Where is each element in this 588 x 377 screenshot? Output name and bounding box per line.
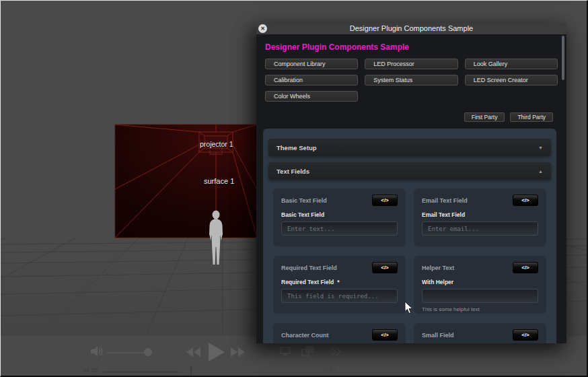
code-view-button[interactable]: </> (372, 195, 398, 206)
code-view-button[interactable]: </> (372, 262, 398, 273)
nav-button-calibration[interactable]: Calibration (265, 75, 358, 85)
duplicate-window-icon[interactable] (301, 346, 314, 356)
accordion-label: Text Fields (277, 168, 309, 175)
expand-chevrons-icon[interactable] (330, 347, 342, 356)
scrollbar-thumb[interactable] (562, 36, 564, 80)
nav-button-grid: Component Library LED Processor Look Gal… (265, 59, 558, 102)
card-title: Helper Text (422, 265, 454, 271)
code-view-button[interactable]: </> (513, 262, 538, 273)
app-window: projector 1 surface 1 (0, 0, 588, 377)
card-small-field: Small Field </> (414, 323, 546, 343)
first-party-button[interactable]: First Party (464, 112, 505, 122)
fast-forward-button[interactable] (231, 347, 246, 357)
email-text-input[interactable] (422, 221, 538, 236)
accordion-label: Theme Setup (277, 144, 317, 151)
surface-label: surface 1 (204, 177, 234, 185)
volume-slider[interactable] (106, 352, 145, 353)
field-label: Required Text Field* (281, 279, 398, 285)
projector-frustum-wireframe (108, 122, 260, 240)
timeline-playhead[interactable] (190, 366, 192, 375)
plugin-heading: Designer Plugin Components Sample (265, 42, 558, 52)
play-button[interactable] (209, 343, 225, 362)
nav-button-look-gallery[interactable]: Look Gallery (465, 59, 558, 69)
card-helper-text: Helper Text </> With Helper This is some… (414, 256, 546, 314)
dialog-titlebar[interactable]: ✕ Designer Plugin Components Sample (256, 23, 566, 34)
basic-text-input[interactable] (281, 221, 398, 236)
volume-icon[interactable] (91, 346, 104, 357)
third-party-button[interactable]: Third Party (510, 112, 553, 122)
code-view-button[interactable]: </> (372, 329, 398, 341)
accordion-text-fields[interactable]: Text Fields ▲ (268, 162, 551, 180)
card-title: Small Field (422, 332, 454, 339)
volume-knob[interactable] (144, 348, 152, 356)
rewind-button[interactable] (186, 347, 201, 357)
display-output-icon[interactable] (280, 347, 291, 356)
nav-button-color-wheels[interactable]: Color Wheels (265, 91, 358, 102)
dialog-title: Designer Plugin Components Sample (256, 24, 566, 32)
card-basic-text-field: Basic Text Field </> Basic Text Field (273, 188, 406, 246)
cue-time: 18:52 (322, 367, 337, 374)
plugin-dialog: ✕ Designer Plugin Components Sample Desi… (256, 23, 566, 343)
card-required-text-field: Required Text Field </> Required Text Fi… (273, 256, 406, 314)
chevron-down-icon: ▼ (538, 145, 543, 150)
elapsed-time: 04:02 (83, 367, 98, 374)
helper-text: This is some helpful text (422, 306, 538, 312)
code-view-button[interactable]: </> (513, 195, 538, 206)
party-filter-row: First Party Third Party (265, 112, 558, 122)
card-title: Required Text Field (281, 265, 337, 271)
field-label: With Helper (422, 279, 538, 285)
chevron-up-icon: ▲ (538, 169, 543, 174)
field-label: Email Text Field (422, 211, 538, 218)
required-text-input[interactable] (281, 289, 398, 303)
card-title: Email Text Field (422, 197, 468, 204)
projector-label: projector 1 (200, 140, 233, 148)
nav-button-system-status[interactable]: System Status (365, 75, 457, 85)
card-character-count: Character Count </> (273, 323, 406, 343)
nav-button-component-library[interactable]: Component Library (265, 59, 358, 69)
human-figure (205, 210, 227, 265)
required-asterisk: * (337, 279, 339, 285)
card-title: Character Count (281, 332, 329, 339)
field-label: Basic Text Field (281, 211, 398, 218)
nav-button-led-screen-creator[interactable]: LED Screen Creator (465, 75, 558, 85)
card-grid: Basic Text Field </> Basic Text Field Em… (268, 188, 551, 343)
accordion-theme-setup[interactable]: Theme Setup ▼ (268, 139, 551, 156)
code-view-button[interactable]: </> (513, 329, 538, 341)
nav-button-led-processor[interactable]: LED Processor (365, 59, 457, 69)
card-email-text-field: Email Text Field </> Email Text Field (414, 188, 546, 246)
mouse-cursor (404, 301, 414, 314)
card-title: Basic Text Field (281, 197, 327, 204)
timeline-progress (103, 371, 178, 373)
helper-text-input[interactable] (422, 289, 538, 303)
